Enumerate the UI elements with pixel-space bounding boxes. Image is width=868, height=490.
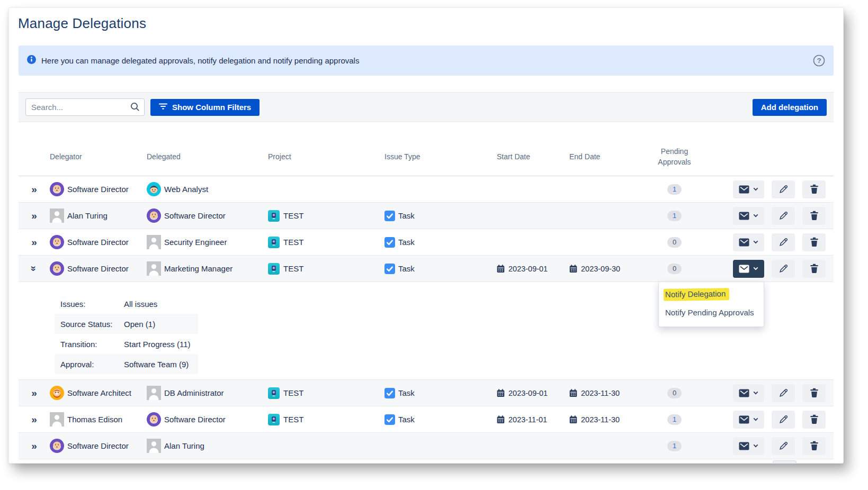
expand-row-chevron[interactable]: »: [19, 433, 50, 459]
detail-value: Software Team (9): [124, 360, 189, 369]
svg-text:?: ?: [817, 57, 821, 65]
detail-row: Source Status:Open (1): [55, 314, 198, 334]
menu-item-notify-pending-approvals[interactable]: Notify Pending Approvals: [659, 304, 764, 321]
column-header: End Date: [569, 151, 636, 162]
user-avatar: [50, 235, 64, 249]
edit-delegation-button[interactable]: [772, 207, 795, 225]
delegated-cell: Security Engineer: [147, 229, 268, 255]
menu-item-notify-delegation[interactable]: Notify Delegation: [659, 285, 764, 304]
double-chevron-icon: »: [31, 414, 37, 424]
add-delegation-button[interactable]: Add delegation: [753, 99, 827, 116]
notify-dropdown-button[interactable]: [733, 233, 764, 251]
project-name: TEST: [283, 415, 303, 424]
edit-delegation-button[interactable]: [772, 411, 795, 429]
pending-approvals-cell: 1: [636, 203, 713, 229]
project-name: TEST: [283, 264, 303, 273]
calendar-icon: [569, 415, 577, 424]
delegator-cell: Software Director: [50, 256, 147, 282]
help-icon[interactable]: ?: [813, 55, 825, 67]
end-date-cell: [569, 203, 636, 229]
mail-icon: [739, 415, 749, 424]
notify-dropdown-button[interactable]: [733, 260, 764, 278]
end-date-cell: 2023-09-30: [569, 256, 636, 282]
notify-dropdown-button[interactable]: [733, 411, 764, 429]
issue-type-cell: Task: [384, 203, 497, 229]
project-cell: TEST: [268, 256, 384, 282]
expand-row-chevron[interactable]: »: [19, 176, 50, 202]
detail-label: Transition:: [60, 340, 124, 349]
end-date-cell: 2023-11-30: [569, 406, 636, 432]
calendar-icon: [497, 415, 505, 424]
delegated-cell: DB Administrator: [147, 380, 268, 406]
expand-row-chevron[interactable]: »: [19, 203, 50, 229]
column-header: Delegated: [147, 151, 268, 162]
search-input[interactable]: [25, 98, 145, 116]
notify-dropdown-button[interactable]: [733, 384, 764, 402]
pending-approvals-badge: 0: [667, 388, 682, 398]
issue-type-cell: [384, 433, 497, 459]
delegator-name: Software Director: [67, 238, 129, 247]
row-actions: [713, 380, 834, 406]
issue-type-name: Task: [398, 415, 415, 424]
project-cell: TEST: [268, 203, 384, 229]
user-avatar: [147, 182, 161, 196]
mail-icon: [739, 265, 749, 273]
edit-delegation-button[interactable]: [772, 180, 795, 198]
edit-delegation-button[interactable]: [772, 437, 795, 455]
show-column-filters-button[interactable]: Show Column Filters: [150, 99, 259, 116]
pending-approvals-cell: 0: [636, 256, 713, 282]
column-header: Project: [268, 151, 384, 162]
default-avatar: [147, 235, 161, 249]
expand-row-chevron[interactable]: »: [19, 380, 50, 406]
manage-delegations-card: Manage Delegations Here you can manage d…: [8, 7, 844, 464]
delete-delegation-button[interactable]: [802, 260, 826, 278]
pencil-icon: [778, 210, 789, 221]
default-avatar: [147, 261, 161, 276]
end-date-cell: [569, 176, 636, 202]
notify-dropdown-button[interactable]: [733, 207, 764, 225]
add-delegation-label: Add delegation: [761, 103, 818, 112]
pending-approvals-cell: 1: [636, 406, 713, 432]
double-chevron-icon: »: [31, 184, 37, 194]
project-cell: TEST: [268, 380, 384, 406]
row-actions: [713, 176, 834, 202]
show-column-filters-label: Show Column Filters: [172, 103, 251, 112]
user-avatar: [50, 386, 64, 400]
edit-delegation-button[interactable]: [772, 384, 795, 402]
delete-delegation-button[interactable]: [802, 233, 826, 251]
pending-approvals-badge: 0: [667, 237, 682, 248]
detail-label: Source Status:: [60, 320, 124, 329]
delete-delegation-button[interactable]: [802, 180, 826, 198]
edit-delegation-button[interactable]: [772, 233, 795, 251]
delegated-name: DB Administrator: [164, 388, 224, 397]
start-date-cell: [497, 433, 569, 459]
delegated-cell: Software Director: [147, 203, 268, 229]
delegator-name: Software Director: [67, 441, 129, 450]
table-row: »Software DirectorWeb Analyst1: [19, 176, 834, 203]
delegator-name: Thomas Edison: [67, 415, 122, 424]
expand-row-chevron[interactable]: »: [19, 229, 50, 255]
edit-delegation-button[interactable]: [772, 260, 795, 278]
collapse-row-chevron[interactable]: »: [19, 256, 50, 282]
calendar-icon: [569, 265, 577, 273]
delegator-cell: Alan Turing: [50, 203, 147, 229]
expand-row-chevron[interactable]: »: [19, 406, 50, 432]
double-chevron-icon: »: [31, 237, 37, 247]
notify-dropdown-button[interactable]: [733, 180, 764, 198]
pending-approvals-cell: 1: [636, 433, 713, 459]
calendar-icon: [497, 389, 505, 397]
issue-type-name: Task: [398, 388, 415, 397]
pending-approvals-cell: 1: [636, 176, 713, 202]
delete-delegation-button[interactable]: [802, 384, 826, 402]
project-name: TEST: [283, 238, 303, 247]
delete-delegation-button[interactable]: [802, 207, 826, 225]
delete-delegation-button[interactable]: [802, 411, 826, 429]
project-icon: [268, 414, 280, 425]
page-title: Manage Delegations: [18, 15, 146, 32]
delete-delegation-button[interactable]: [802, 437, 826, 455]
notify-dropdown-button[interactable]: [733, 437, 764, 455]
trash-icon: [810, 211, 819, 221]
delegated-name: Marketing Manager: [164, 264, 232, 273]
mail-icon: [739, 238, 749, 247]
trash-icon: [810, 264, 819, 274]
